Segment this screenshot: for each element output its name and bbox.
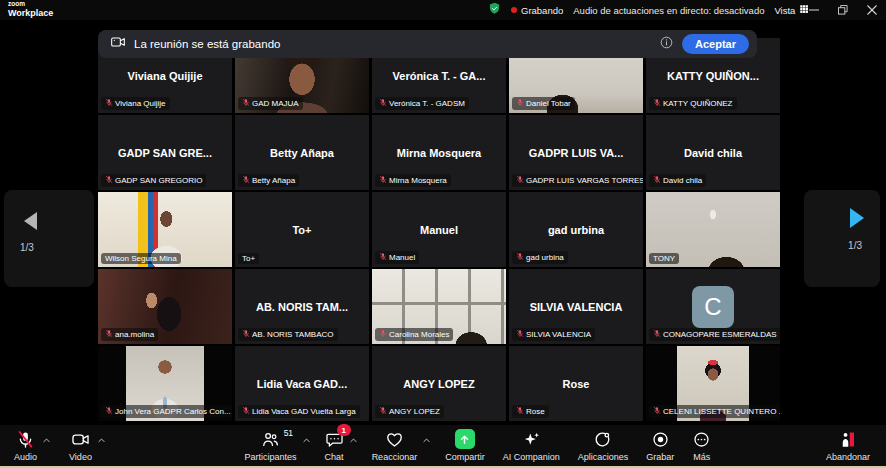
participant-name-label: Carolina Morales bbox=[375, 328, 453, 341]
participants-count: 51 bbox=[284, 428, 293, 438]
participant-label-text: CELENI LISSETTE QUINTERO ... bbox=[663, 407, 780, 416]
participant-name-label: John Vera GADPR Carlos Con... bbox=[101, 405, 232, 418]
apps-button[interactable]: Aplicaciones bbox=[574, 426, 633, 465]
participant-tile[interactable]: GADPR LUIS VA...GADPR LUIS VARGAS TORRES bbox=[509, 115, 643, 190]
participant-name-label: CONAGOPARE ESMERALDAS bbox=[649, 328, 780, 341]
video-button[interactable]: Video bbox=[65, 426, 96, 465]
participant-tile[interactable]: gad urbinagad urbina bbox=[509, 192, 643, 267]
apps-label: Aplicaciones bbox=[578, 452, 629, 462]
participant-display-name: SILVIA VALENCIA bbox=[526, 301, 627, 313]
participant-label-text: Verónica T. - GADSM bbox=[389, 99, 465, 108]
muted-mic-icon bbox=[242, 406, 250, 417]
participant-tile[interactable]: ManuelManuel bbox=[372, 192, 506, 267]
audio-label: Audio bbox=[14, 452, 37, 462]
reactions-options-chevron[interactable] bbox=[422, 431, 431, 449]
chat-options-chevron[interactable] bbox=[349, 431, 358, 449]
maximize-button[interactable] bbox=[828, 0, 857, 20]
participant-tile[interactable]: Lidia Vaca GAD...Lidia Vaca GAD Vuelta L… bbox=[235, 346, 369, 421]
participant-tile[interactable]: John Vera GADPR Carlos Con... bbox=[98, 346, 232, 421]
participant-tile[interactable]: ANGY LOPEZANGY LOPEZ bbox=[372, 346, 506, 421]
participants-icon: 51 bbox=[261, 429, 280, 449]
participants-button[interactable]: 51Participantes bbox=[241, 426, 301, 465]
video-options-chevron[interactable] bbox=[97, 431, 106, 449]
participant-display-name: KATTY QUIÑON... bbox=[663, 70, 763, 82]
more-button[interactable]: Más bbox=[688, 426, 715, 465]
chat-unread-badge: 1 bbox=[337, 424, 351, 436]
participant-label-text: TONY bbox=[653, 254, 675, 263]
recording-camera-icon bbox=[110, 34, 126, 54]
security-shield-icon[interactable] bbox=[488, 1, 501, 19]
ai-button[interactable]: AI Companion bbox=[499, 426, 564, 465]
accept-button[interactable]: Aceptar bbox=[682, 34, 749, 54]
participant-name-label: Manuel bbox=[375, 251, 419, 264]
video-camera-icon bbox=[71, 429, 90, 449]
audio-options-chevron[interactable] bbox=[42, 431, 51, 449]
participant-name-label: Verónica T. - GADSM bbox=[375, 97, 469, 110]
muted-mic-icon bbox=[653, 329, 661, 340]
share-screen-icon bbox=[455, 429, 475, 449]
participant-tile[interactable]: CELENI LISSETTE QUINTERO ... bbox=[646, 346, 780, 421]
muted-mic-icon bbox=[379, 252, 387, 263]
close-button[interactable] bbox=[857, 0, 886, 20]
chat-button[interactable]: 1Chat bbox=[321, 426, 348, 465]
participant-display-name: GADPR LUIS VA... bbox=[525, 147, 628, 159]
participant-tile[interactable]: ana.molina bbox=[98, 269, 232, 344]
participant-label-text: Rose bbox=[526, 407, 545, 416]
leave-button[interactable]: Abandonar bbox=[822, 426, 874, 465]
muted-mic-icon bbox=[105, 406, 113, 417]
leave-label: Abandonar bbox=[826, 452, 870, 462]
participant-name-label: Lidia Vaca GAD Vuelta Larga bbox=[238, 405, 360, 418]
recording-indicator-label: Grabando bbox=[521, 5, 563, 16]
muted-mic-icon bbox=[516, 329, 524, 340]
video-grid: Viviana QuijijeViviana QuijijeGAD MAJUAV… bbox=[98, 38, 780, 421]
participants-options-chevron[interactable] bbox=[302, 431, 311, 449]
participant-tile[interactable]: SILVIA VALENCIASILVIA VALENCIA bbox=[509, 269, 643, 344]
share-button[interactable]: Compartir bbox=[441, 426, 489, 465]
avatar: C bbox=[692, 286, 734, 328]
participant-name-label: Wilson Segura Mina bbox=[101, 253, 181, 264]
participant-display-name: Betty Añapa bbox=[266, 147, 338, 159]
participant-name-label: Betty Añapa bbox=[238, 174, 299, 187]
minimize-button[interactable] bbox=[799, 0, 828, 20]
page-indicator-left: 1/3 bbox=[20, 242, 34, 253]
participant-tile[interactable]: RoseRose bbox=[509, 346, 643, 421]
prev-page-button[interactable] bbox=[24, 212, 37, 230]
ai-label: AI Companion bbox=[503, 452, 560, 462]
participant-tile[interactable]: TONY bbox=[646, 192, 780, 267]
logo-zoom-text: zoom bbox=[8, 1, 53, 8]
participant-display-name: GADP SAN GRE... bbox=[114, 147, 216, 159]
participant-label-text: Daniel Tobar bbox=[526, 99, 571, 108]
participant-name-label: GADPR LUIS VARGAS TORRES bbox=[512, 174, 643, 187]
next-page-button[interactable] bbox=[850, 208, 864, 228]
participant-tile[interactable]: To+To+ bbox=[235, 192, 369, 267]
info-icon[interactable] bbox=[659, 35, 674, 54]
participant-tile[interactable]: Wilson Segura Mina bbox=[98, 192, 232, 267]
participant-tile[interactable]: David chilaDavid chila bbox=[646, 115, 780, 190]
record-button[interactable]: Grabar bbox=[642, 426, 678, 465]
muted-mic-icon bbox=[379, 175, 387, 186]
participant-label-text: GADPR LUIS VARGAS TORRES bbox=[526, 176, 643, 185]
participant-tile[interactable]: CCONAGOPARE ESMERALDAS bbox=[646, 269, 780, 344]
record-icon bbox=[651, 429, 670, 449]
participant-name-label: SILVIA VALENCIA bbox=[512, 328, 595, 341]
reactions-button[interactable]: Reaccionar bbox=[368, 426, 422, 465]
share-label: Compartir bbox=[445, 452, 485, 462]
participant-name-label: ANGY LOPEZ bbox=[375, 405, 444, 418]
muted-mic-icon bbox=[242, 329, 250, 340]
participant-tile[interactable]: Carolina Morales bbox=[372, 269, 506, 344]
participants-label: Participantes bbox=[245, 452, 297, 462]
participant-tile[interactable]: AB. NORIS TAM...AB. NORIS TAMBACO bbox=[235, 269, 369, 344]
record-label: Grabar bbox=[646, 452, 674, 462]
audio-button[interactable]: Audio bbox=[10, 426, 41, 465]
participant-display-name: Manuel bbox=[416, 224, 462, 236]
participant-tile[interactable]: Betty AñapaBetty Añapa bbox=[235, 115, 369, 190]
participant-tile[interactable]: GADP SAN GRE...GADP SAN GREGORIO bbox=[98, 115, 232, 190]
leave-door-icon bbox=[838, 429, 857, 449]
participant-tile[interactable]: Mirna MosqueraMirna Mosquera bbox=[372, 115, 506, 190]
mic-muted-icon bbox=[16, 429, 35, 449]
participant-label-text: KATTY QUIÑONEZ bbox=[663, 99, 733, 108]
participant-label-text: Mirna Mosquera bbox=[389, 176, 447, 185]
participant-display-name: ANGY LOPEZ bbox=[399, 378, 478, 390]
muted-mic-icon bbox=[105, 98, 113, 109]
participant-label-text: GAD MAJUA bbox=[252, 99, 299, 108]
